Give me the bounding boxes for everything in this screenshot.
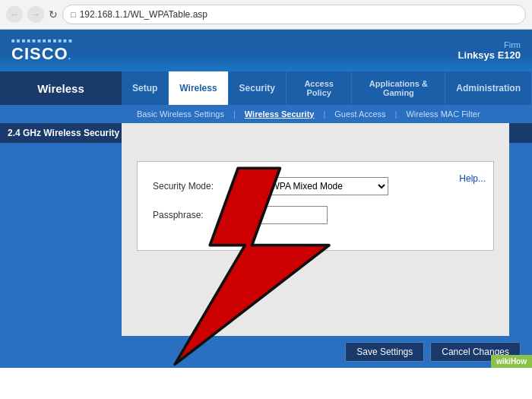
security-mode-row: Security Mode: WPA2/WPA Mixed Mode Disab… <box>153 177 478 195</box>
cisco-text: CISCO. <box>11 44 74 64</box>
right-panel <box>509 123 532 336</box>
bottom-bar: Save Settings Cancel Changes <box>0 336 532 368</box>
main-nav: Wireless Setup Wireless Security Access … <box>0 71 532 105</box>
passphrase-label: Passphrase: <box>153 210 236 220</box>
save-button[interactable]: Save Settings <box>345 342 424 362</box>
main-content: Help... Security Mode: WPA2/WPA Mixed Mo… <box>122 123 509 336</box>
linksys-model: Linksys E120 <box>458 49 521 61</box>
security-mode-label: Security Mode: <box>153 181 236 192</box>
url-text: 192.168.1.1/WL_WPATable.asp <box>80 9 207 20</box>
refresh-button[interactable]: ↻ <box>49 8 58 21</box>
form-panel: Help... Security Mode: WPA2/WPA Mixed Mo… <box>137 161 494 251</box>
left-sidebar <box>0 123 122 336</box>
wikihow-watermark: wikiHow <box>491 355 532 368</box>
tab-security[interactable]: Security <box>229 71 287 105</box>
back-button[interactable]: ← <box>6 6 23 23</box>
tabs-area: Setup Wireless Security Access Policy Ap… <box>122 71 532 105</box>
router-header: ■■■■■■■■■■■■ CISCO. Firm Linksys E120 <box>0 30 532 71</box>
sub-link-mac[interactable]: Wireless MAC Filter <box>398 108 487 120</box>
address-bar[interactable]: □ 192.168.1.1/WL_WPATable.asp <box>62 5 526 24</box>
tab-setup[interactable]: Setup <box>122 71 169 105</box>
cisco-logo: ■■■■■■■■■■■■ CISCO. <box>11 37 74 64</box>
sidebar-nav-label: Wireless <box>0 71 122 105</box>
passphrase-row: Passphrase: <box>153 206 478 224</box>
tab-applications[interactable]: Applications & Gaming <box>352 71 445 105</box>
sub-link-basic[interactable]: Basic Wireless Settings <box>129 108 232 120</box>
sub-link-guest[interactable]: Guest Access <box>327 108 393 120</box>
content-area: 2.4 GHz Wireless Security Help... Securi… <box>0 123 532 336</box>
passphrase-input[interactable] <box>236 206 328 224</box>
cisco-dots: ■■■■■■■■■■■■ <box>11 37 74 44</box>
forward-button[interactable]: → <box>27 6 44 23</box>
sub-link-security[interactable]: Wireless Security <box>237 108 322 120</box>
security-mode-select[interactable]: WPA2/WPA Mixed Mode Disabled WPA Persona… <box>236 177 388 195</box>
tab-access-policy[interactable]: Access Policy <box>287 71 352 105</box>
lock-icon: □ <box>71 10 76 19</box>
tab-administration[interactable]: Administration <box>445 71 532 105</box>
firm-label: Firm <box>458 40 521 49</box>
tab-wireless[interactable]: Wireless <box>169 71 228 105</box>
sub-nav: Basic Wireless Settings | Wireless Secur… <box>0 105 532 123</box>
help-link[interactable]: Help... <box>459 173 486 184</box>
